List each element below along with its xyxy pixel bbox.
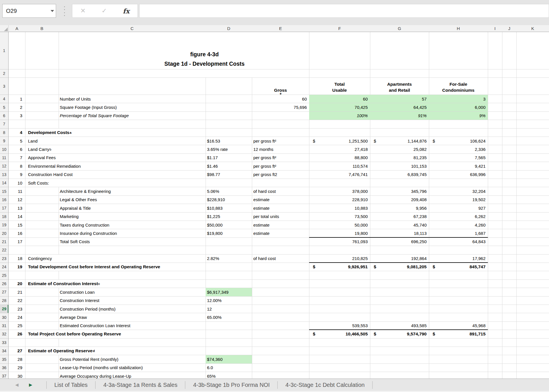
cell-J15[interactable]	[502, 187, 517, 195]
cell-K1[interactable]	[516, 32, 549, 69]
cell-G2[interactable]	[370, 69, 429, 78]
row-header-19[interactable]: 19	[0, 221, 9, 229]
cell-F14[interactable]	[309, 179, 370, 187]
row-header-2[interactable]: 2	[0, 69, 9, 78]
cell-C33[interactable]	[59, 339, 206, 347]
cell-H8[interactable]	[429, 129, 488, 137]
cell-C17[interactable]: Appraisal & Title	[59, 204, 206, 212]
cell-F6[interactable]: 100%	[309, 112, 370, 120]
cell-A21[interactable]: 17	[9, 238, 25, 246]
cell-I34[interactable]	[488, 347, 502, 355]
cell-D18[interactable]: $1,225	[206, 213, 252, 221]
cell-H19[interactable]: 4,260	[429, 221, 488, 229]
cell-H2[interactable]	[429, 69, 488, 78]
cell-E21[interactable]	[252, 238, 309, 246]
cell-C25[interactable]	[59, 271, 206, 279]
cell-I15[interactable]	[488, 187, 502, 195]
cell-G19[interactable]: 45,740	[370, 221, 429, 229]
cell-K7[interactable]	[516, 120, 549, 128]
cell-B14[interactable]: Soft Costs:	[25, 179, 206, 187]
cell-A16[interactable]: 12	[9, 196, 25, 204]
cell-K21[interactable]	[516, 238, 549, 246]
cell-G9[interactable]: $1,144,876	[370, 137, 429, 145]
cell-J31[interactable]	[502, 322, 517, 330]
cell-K12[interactable]	[516, 162, 549, 170]
cell-F33[interactable]	[309, 339, 370, 347]
formula-bar-input[interactable]	[140, 4, 549, 17]
cell-H32[interactable]: $891,715	[429, 330, 488, 338]
cell-B21[interactable]	[25, 238, 59, 246]
cell-K5[interactable]	[516, 103, 549, 111]
cell-G8[interactable]	[370, 129, 429, 137]
cell-K18[interactable]	[516, 213, 549, 221]
cell-C22[interactable]	[59, 246, 206, 254]
cell-I5[interactable]	[488, 103, 502, 111]
cell-K22[interactable]	[516, 246, 549, 254]
cell-H22[interactable]	[429, 246, 488, 254]
cell-B30[interactable]	[25, 313, 59, 321]
cell-E12[interactable]: per gross ft²	[252, 162, 309, 170]
cell-A30[interactable]: 24	[9, 313, 25, 321]
row-header-34[interactable]: 34	[0, 347, 9, 355]
cell-G6[interactable]: 91%	[370, 112, 429, 120]
cell-J12[interactable]	[502, 162, 517, 170]
cell-J33[interactable]	[502, 339, 517, 347]
cell-J29[interactable]	[502, 305, 517, 313]
cell-C31[interactable]: Estimated Construction Loan Interest	[59, 322, 206, 330]
cell-I31[interactable]	[488, 322, 502, 330]
cell-B31[interactable]	[25, 322, 59, 330]
cell-F19[interactable]: 50,000	[309, 221, 370, 229]
cell-A7[interactable]	[9, 120, 25, 128]
cell-A15[interactable]: 11	[9, 187, 25, 195]
cell-F11[interactable]: 88,800	[309, 154, 370, 162]
cell-G20[interactable]: 18,113	[370, 229, 429, 237]
cell-F36[interactable]	[309, 364, 370, 372]
cell-D20[interactable]: $19,800	[206, 229, 252, 237]
cell-G35[interactable]	[370, 355, 429, 363]
cell-I14[interactable]	[488, 179, 502, 187]
cell-A36[interactable]: 29	[9, 364, 25, 372]
cell-G31[interactable]: 493,585	[370, 322, 429, 330]
cell-H36[interactable]	[429, 364, 488, 372]
cell-B16[interactable]	[25, 196, 59, 204]
cell-F16[interactable]: 228,910	[309, 196, 370, 204]
cell-I33[interactable]	[488, 339, 502, 347]
cell-J26[interactable]	[502, 280, 517, 288]
name-box-input[interactable]	[3, 7, 47, 15]
cell-K34[interactable]	[516, 347, 549, 355]
cell-H18[interactable]: 6,262	[429, 213, 488, 221]
row-header-11[interactable]: 11	[0, 154, 9, 162]
row-header-23[interactable]: 23	[0, 255, 9, 263]
cell-B23[interactable]: Contingency	[25, 255, 206, 263]
cell-D32[interactable]	[206, 330, 252, 338]
cell-I1[interactable]	[488, 32, 502, 69]
cell-G24[interactable]: $9,081,205	[370, 263, 429, 271]
cell-E6[interactable]	[252, 112, 309, 120]
sheet-tab-2[interactable]: 4-3b-Stage 1b Pro Forma NOI	[185, 379, 277, 391]
cell-C15[interactable]: Architecture & Engineering	[59, 187, 206, 195]
cell-B29[interactable]	[25, 305, 59, 313]
cell-G1[interactable]	[370, 32, 429, 69]
cell-F28[interactable]	[309, 297, 370, 305]
cell-B12[interactable]: Environmental Remediation	[25, 162, 206, 170]
cell-B9[interactable]: Land	[25, 137, 206, 145]
cell-D33[interactable]	[206, 339, 252, 347]
cell-B20[interactable]	[25, 229, 59, 237]
cell-A5[interactable]: 2	[9, 103, 25, 111]
row-header-26[interactable]: 26	[0, 280, 9, 288]
cell-G25[interactable]	[370, 271, 429, 279]
cell-K19[interactable]	[516, 221, 549, 229]
cell-E17[interactable]: estimate	[252, 204, 309, 212]
cell-H15[interactable]: 32,204	[429, 187, 488, 195]
row-header-25[interactable]: 25	[0, 271, 9, 279]
row-header-9[interactable]: 9	[0, 137, 9, 145]
cell-A4[interactable]: 1	[9, 95, 25, 103]
cell-H24[interactable]: $845,747	[429, 263, 488, 271]
cell-F12[interactable]: 110,574	[309, 162, 370, 170]
cell-H35[interactable]	[429, 355, 488, 363]
cell-E22[interactable]	[252, 246, 309, 254]
cell-D26[interactable]	[206, 280, 252, 288]
cell-A18[interactable]: 14	[9, 213, 25, 221]
cell-F34[interactable]	[309, 347, 370, 355]
cell-E27[interactable]	[252, 288, 309, 296]
